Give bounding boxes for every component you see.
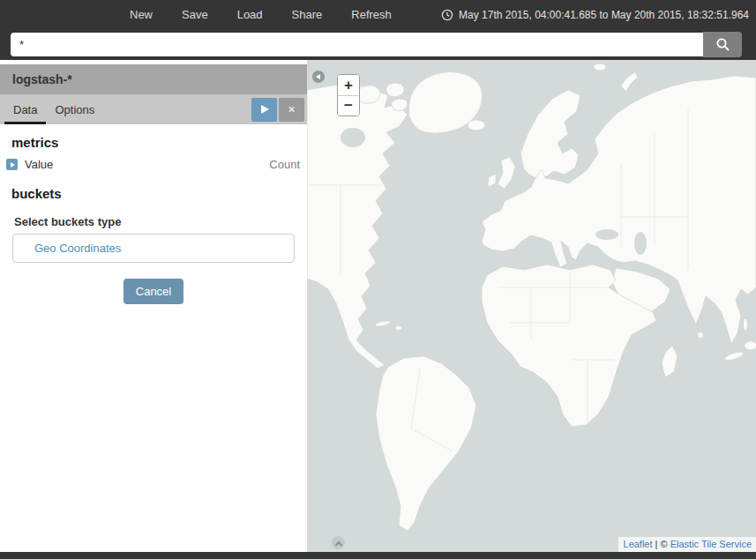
- chevron-up-icon: [334, 540, 341, 548]
- metric-label: Value: [25, 158, 53, 171]
- sidebar-collapse-toggle[interactable]: [312, 71, 325, 83]
- search-input[interactable]: [11, 33, 703, 56]
- nav-item-new[interactable]: New: [130, 8, 153, 21]
- tab-data-label: Data: [13, 103, 37, 116]
- metric-aggregation: Count: [269, 158, 300, 171]
- chevron-right-icon: [11, 162, 15, 168]
- tab-data[interactable]: Data: [4, 94, 46, 124]
- tab-options[interactable]: Options: [46, 94, 103, 124]
- play-icon: [261, 105, 269, 114]
- zoom-out-button[interactable]: −: [338, 95, 359, 116]
- time-range-text: May 17th 2015, 04:00:41.685 to May 20th …: [459, 9, 749, 21]
- tab-options-label: Options: [55, 103, 94, 116]
- world-map-tiles: [307, 60, 756, 552]
- index-pattern-header: logstash-*: [0, 64, 307, 94]
- search-button[interactable]: [703, 32, 742, 57]
- spy-panel-bar[interactable]: [0, 552, 756, 559]
- discard-changes-button[interactable]: ×: [279, 98, 304, 122]
- buckets-heading: buckets: [11, 186, 307, 201]
- chevron-left-icon: [316, 74, 320, 79]
- cancel-button[interactable]: Cancel: [124, 279, 183, 304]
- map-zoom-control: + −: [337, 74, 360, 116]
- nav-item-save[interactable]: Save: [182, 8, 208, 21]
- query-bar: [0, 29, 756, 60]
- search-icon: [715, 37, 730, 52]
- close-icon: ×: [288, 102, 295, 116]
- map-attribution: Leaflet | © Elastic Tile Service: [618, 537, 756, 552]
- bucket-type-geo-coordinates[interactable]: Geo Coordinates: [13, 242, 294, 255]
- elastic-tile-service-link[interactable]: Elastic Tile Service: [670, 539, 752, 549]
- kibana-visualize-app: New Save Load Share Refresh May 17th 201…: [0, 0, 756, 559]
- editor-tabs-bar: Data Options ×: [0, 94, 307, 124]
- zoom-in-button[interactable]: +: [338, 75, 359, 95]
- nav-item-share[interactable]: Share: [292, 8, 323, 21]
- spy-panel-toggle[interactable]: [332, 536, 345, 549]
- time-range-picker[interactable]: May 17th 2015, 04:00:41.685 to May 20th …: [441, 9, 749, 21]
- top-navbar: New Save Load Share Refresh May 17th 201…: [0, 0, 756, 29]
- editor-actions: ×: [251, 94, 307, 124]
- metric-row-value[interactable]: Value Count: [0, 153, 307, 175]
- nav-item-load[interactable]: Load: [237, 8, 263, 21]
- expand-metric-toggle[interactable]: [6, 159, 18, 170]
- bucket-type-list: Geo Coordinates: [12, 234, 295, 263]
- nav-item-refresh[interactable]: Refresh: [351, 8, 392, 21]
- navbar-menu: New Save Load Share Refresh: [130, 8, 392, 21]
- tile-map-canvas[interactable]: + − Leaflet | © Elastic Tile Service: [307, 60, 756, 552]
- index-pattern-label: logstash-*: [12, 72, 72, 86]
- metrics-heading: metrics: [11, 135, 307, 150]
- attribution-separator: | ©: [653, 539, 670, 549]
- clock-icon: [441, 9, 453, 21]
- apply-changes-button[interactable]: [251, 98, 277, 122]
- select-buckets-type-label: Select buckets type: [14, 215, 293, 228]
- vis-editor-sidebar: logstash-* Data Options × metrics: [0, 60, 307, 552]
- leaflet-link[interactable]: Leaflet: [624, 539, 653, 549]
